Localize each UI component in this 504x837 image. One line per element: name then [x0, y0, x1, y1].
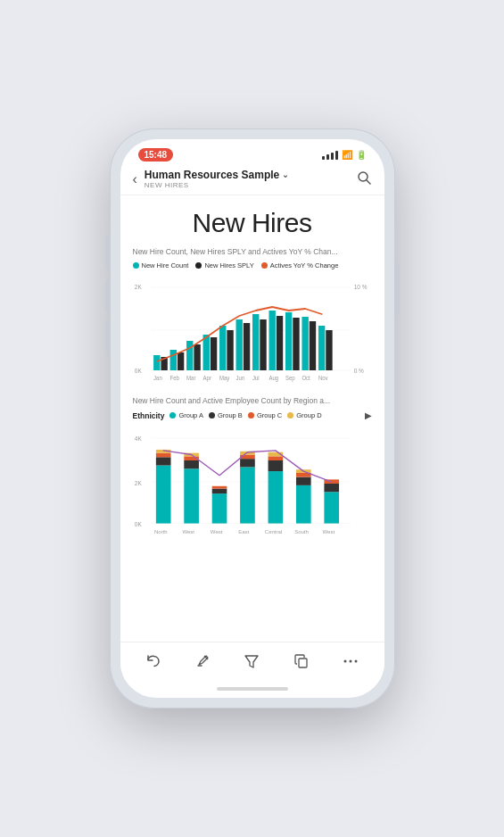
- svg-rect-60: [240, 459, 255, 467]
- svg-rect-17: [285, 312, 291, 370]
- legend-item-group-d: Group D: [287, 411, 321, 419]
- svg-text:2K: 2K: [134, 480, 142, 486]
- legend-dot-group-a: [169, 412, 176, 418]
- svg-rect-12: [202, 335, 209, 370]
- legend-label-group-c: Group C: [257, 411, 282, 419]
- legend-label-group-d: Group D: [296, 411, 321, 419]
- legend-item-sply: New Hires SPLY: [195, 261, 253, 269]
- nav-title-text: Human Resources Sample: [145, 169, 279, 181]
- svg-rect-50: [155, 453, 170, 458]
- svg-text:West: West: [182, 529, 194, 535]
- highlighter-button[interactable]: [187, 650, 218, 673]
- svg-rect-48: [155, 466, 170, 524]
- legend-item-group-b: Group B: [209, 411, 243, 419]
- legend-item-group-c: Group C: [248, 411, 282, 419]
- chart2-svg: 4K 2K 0K: [133, 426, 372, 542]
- svg-rect-58: [211, 486, 227, 489]
- svg-rect-29: [309, 321, 315, 370]
- svg-text:2K: 2K: [134, 284, 141, 290]
- svg-rect-57: [211, 489, 227, 494]
- legend-dot-group-c: [248, 412, 254, 418]
- phone-frame: 15:48 📶 🔋 ‹ Human Resources Sample ⌄: [110, 128, 395, 709]
- status-bar: 15:48 📶 🔋: [120, 139, 384, 165]
- back-button[interactable]: ‹: [133, 171, 137, 187]
- ethnicity-label: Ethnicity: [133, 411, 165, 420]
- status-icons: 📶 🔋: [322, 150, 367, 160]
- chart2-section: New Hire Count and Active Employee Count…: [120, 396, 384, 554]
- legend-dot-dark: [195, 262, 202, 269]
- undo-button[interactable]: [138, 650, 169, 673]
- svg-rect-22: [194, 344, 200, 370]
- svg-text:Feb: Feb: [169, 375, 179, 381]
- chart2-title: New Hire Count and Active Employee Count…: [133, 396, 372, 406]
- chart1-svg: 2K 0K 10 % 0 %: [133, 277, 372, 384]
- nav-chevron-icon[interactable]: ⌄: [282, 170, 289, 179]
- svg-rect-11: [186, 341, 193, 370]
- svg-text:West: West: [322, 529, 335, 535]
- svg-rect-19: [318, 326, 324, 370]
- legend-dot-orange: [261, 262, 268, 269]
- svg-rect-59: [240, 468, 255, 524]
- svg-rect-25: [243, 323, 249, 370]
- svg-text:May: May: [219, 375, 230, 381]
- svg-rect-64: [268, 460, 283, 471]
- svg-rect-52: [184, 468, 199, 523]
- more-button[interactable]: [335, 650, 366, 673]
- chart1-legend: New Hire Count New Hires SPLY Actives Yo…: [133, 261, 372, 269]
- highlighter-icon: [193, 651, 212, 671]
- nav-bar: ‹ Human Resources Sample ⌄ NEW HIRES: [120, 165, 384, 195]
- svg-rect-65: [268, 456, 283, 460]
- svg-rect-21: [177, 352, 183, 370]
- legend-item-group-a: Group A: [169, 411, 203, 419]
- svg-line-1: [367, 180, 370, 184]
- svg-rect-18: [302, 317, 308, 370]
- legend-dot-group-d: [287, 412, 293, 418]
- search-button[interactable]: [356, 170, 372, 189]
- svg-text:Central: Central: [264, 529, 281, 535]
- legend-label-new-hire-count: New Hire Count: [142, 261, 189, 269]
- battery-icon: 🔋: [356, 150, 367, 160]
- svg-text:Nov: Nov: [318, 375, 328, 381]
- svg-rect-71: [324, 492, 339, 523]
- filter-icon: [242, 651, 261, 671]
- svg-text:Sep: Sep: [285, 375, 294, 381]
- svg-rect-15: [252, 314, 259, 370]
- svg-rect-26: [260, 319, 266, 370]
- svg-text:Jul: Jul: [252, 375, 260, 381]
- svg-rect-56: [211, 493, 227, 523]
- filter-button[interactable]: [236, 650, 267, 673]
- svg-text:4K: 4K: [134, 435, 142, 442]
- wifi-icon: 📶: [342, 150, 352, 160]
- home-indicator: [120, 680, 384, 698]
- chart2-canvas: 4K 2K 0K: [133, 426, 372, 542]
- svg-rect-14: [235, 319, 242, 370]
- legend-label-group-a: Group A: [178, 411, 203, 419]
- svg-text:Apr: Apr: [202, 375, 211, 381]
- svg-text:South: South: [294, 529, 309, 535]
- svg-point-86: [349, 660, 351, 663]
- svg-text:Oct: Oct: [302, 375, 310, 381]
- svg-marker-83: [245, 656, 258, 667]
- copy-icon: [292, 651, 311, 671]
- scroll-right-icon[interactable]: ▶: [365, 410, 372, 420]
- svg-text:Mar: Mar: [186, 375, 195, 381]
- svg-text:East: East: [238, 529, 249, 535]
- nav-title-group: Human Resources Sample ⌄ NEW HIRES: [145, 169, 356, 189]
- svg-rect-63: [268, 471, 283, 524]
- page-content: New Hires New Hire Count, New Hires SPLY…: [120, 195, 384, 642]
- status-time: 15:48: [138, 148, 174, 162]
- svg-text:Aug: Aug: [269, 375, 278, 381]
- legend-label-sply: New Hires SPLY: [204, 261, 253, 269]
- svg-rect-27: [276, 316, 282, 370]
- chart1-section: New Hire Count, New Hires SPLY and Activ…: [120, 247, 384, 396]
- svg-rect-84: [299, 659, 307, 667]
- svg-rect-13: [219, 326, 226, 370]
- svg-point-87: [354, 660, 357, 663]
- svg-rect-72: [324, 484, 339, 492]
- toolbar: [120, 642, 384, 680]
- undo-icon: [144, 651, 163, 671]
- copy-button[interactable]: [286, 650, 317, 673]
- legend-item-yoy: Actives YoY % Change: [261, 261, 339, 269]
- svg-rect-16: [269, 311, 275, 370]
- more-icon: [341, 651, 360, 671]
